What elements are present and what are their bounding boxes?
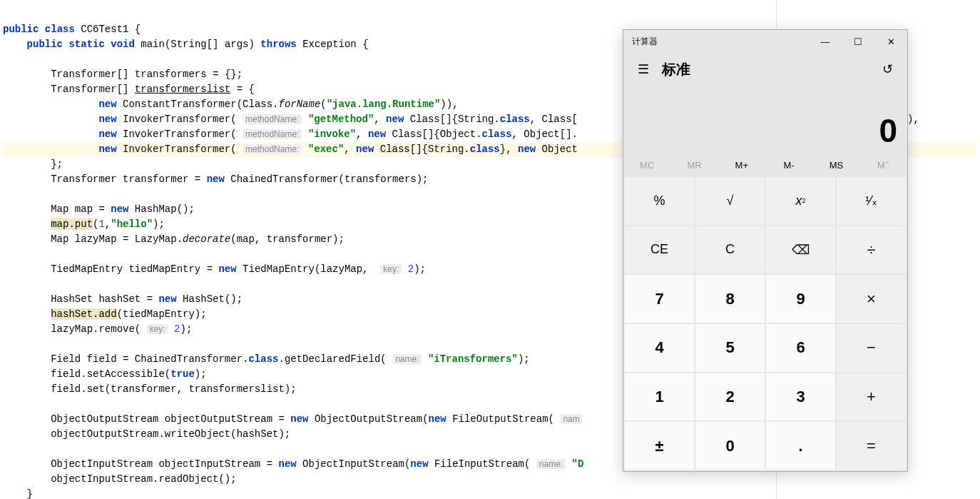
sqrt-button[interactable]: √ xyxy=(695,177,765,225)
keyword: public xyxy=(3,24,39,35)
reciprocal-button[interactable]: ¹⁄ₓ xyxy=(837,177,906,225)
param-hint: methodName: xyxy=(243,129,302,139)
digit-1[interactable]: 1 xyxy=(625,373,694,421)
mem-minus[interactable]: M- xyxy=(765,154,812,176)
menu-icon[interactable]: ☰ xyxy=(629,55,658,84)
mem-plus[interactable]: M+ xyxy=(718,154,765,176)
subtract-button[interactable]: − xyxy=(837,324,906,372)
class-name: CC6Test1 xyxy=(81,24,128,35)
keyword: throws xyxy=(260,39,296,50)
digit-5[interactable]: 5 xyxy=(695,324,765,372)
keyword: class xyxy=(45,24,75,35)
percent-button[interactable]: % xyxy=(625,177,694,225)
close-button[interactable]: ✕ xyxy=(874,30,907,53)
param-hint: key: xyxy=(147,324,168,334)
digit-6[interactable]: 6 xyxy=(766,324,835,372)
mem-clear[interactable]: MC xyxy=(623,154,670,176)
digit-2[interactable]: 2 xyxy=(695,373,765,421)
divide-button[interactable]: ÷ xyxy=(837,226,906,274)
param-hint: key: xyxy=(380,264,402,274)
digit-3[interactable]: 3 xyxy=(766,373,835,421)
c-button[interactable]: C xyxy=(695,226,765,274)
add-button[interactable]: + xyxy=(837,373,906,421)
backspace-button[interactable]: ⌫ xyxy=(766,226,835,274)
digit-4[interactable]: 4 xyxy=(625,324,694,372)
mem-store[interactable]: MS xyxy=(812,154,859,176)
param-hint: methodName: xyxy=(243,114,302,124)
maximize-button[interactable]: ☐ xyxy=(842,30,874,53)
digit-7[interactable]: 7 xyxy=(625,275,694,323)
window-title: 计算器 xyxy=(632,36,658,48)
equals-button[interactable]: = xyxy=(837,422,906,470)
minimize-button[interactable]: — xyxy=(809,30,842,53)
calculator-window: 计算器 — ☐ ✕ ☰ 标准 ↺ 0 MC MR M+ M- MS M˅ % √… xyxy=(623,29,908,472)
mem-list[interactable]: M˅ xyxy=(860,154,907,176)
titlebar[interactable]: 计算器 — ☐ ✕ xyxy=(623,30,907,53)
param-hint: name: xyxy=(392,354,422,364)
keyword: static xyxy=(68,39,104,50)
keyword: void xyxy=(111,39,135,50)
square-button[interactable]: x2 xyxy=(766,177,835,225)
digit-0[interactable]: 0 xyxy=(695,422,765,470)
multiply-button[interactable]: × xyxy=(837,275,906,323)
digit-8[interactable]: 8 xyxy=(695,275,765,323)
history-icon[interactable]: ↺ xyxy=(873,55,902,84)
ce-button[interactable]: CE xyxy=(625,226,694,274)
keyword: public xyxy=(27,39,63,50)
decimal-button[interactable]: . xyxy=(766,422,835,470)
mode-label: 标准 xyxy=(662,60,690,79)
calc-display: 0 xyxy=(623,86,907,154)
method-name: main xyxy=(141,39,165,50)
mem-recall[interactable]: MR xyxy=(670,154,718,176)
param-hint: nam xyxy=(560,414,582,424)
plus-minus-button[interactable]: ± xyxy=(625,422,694,470)
param-hint: name: xyxy=(536,459,566,469)
digit-9[interactable]: 9 xyxy=(766,275,835,323)
param-hint: methodName: xyxy=(243,144,302,154)
